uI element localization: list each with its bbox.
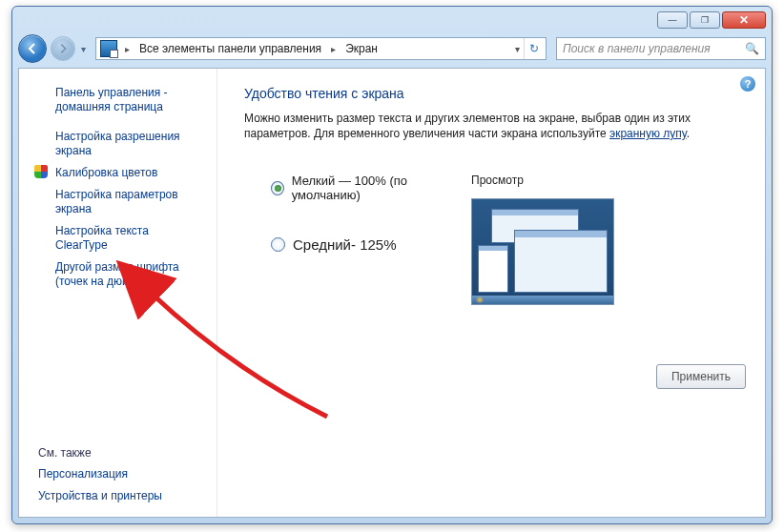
- control-panel-window: — ❐ ✕ ▾ ▸ Все элементы панели управления…: [11, 6, 773, 524]
- search-icon: 🔍: [745, 42, 759, 55]
- search-placeholder: Поиск в панели управления: [563, 42, 745, 55]
- page-title: Удобство чтения с экрана: [244, 86, 746, 101]
- option-label: Мелкий — 100% (по умолчанию): [292, 174, 462, 202]
- shield-icon: [34, 165, 48, 178]
- help-icon[interactable]: ?: [740, 76, 755, 92]
- see-also-heading: См. также: [19, 442, 217, 463]
- main-pane: ? Удобство чтения с экрана Можно изменит…: [217, 69, 765, 517]
- sidebar-item-custom-dpi[interactable]: Другой размер шрифта (точек на дюйм): [19, 256, 217, 293]
- option-medium-125[interactable]: Средний- 125%: [271, 236, 462, 253]
- sidebar-item-resolution[interactable]: Настройка разрешения экрана: [19, 126, 217, 162]
- see-also-devices[interactable]: Устройства и принтеры: [19, 485, 217, 507]
- close-button[interactable]: ✕: [722, 11, 766, 29]
- page-description: Можно изменить размер текста и других эл…: [244, 111, 746, 141]
- breadcrumb-seg-all[interactable]: Все элементы панели управления: [134, 38, 327, 59]
- scale-options: Мелкий — 100% (по умолчанию) Средний- 12…: [244, 174, 746, 305]
- chevron-down-icon[interactable]: ▾: [511, 44, 524, 54]
- maximize-button[interactable]: ❐: [690, 11, 720, 29]
- forward-button[interactable]: [51, 36, 75, 61]
- search-input[interactable]: Поиск в панели управления 🔍: [556, 37, 766, 60]
- sidebar-item-cleartype[interactable]: Настройка текста ClearType: [19, 220, 217, 256]
- preview-label: Просмотр: [471, 174, 614, 187]
- radio-unchecked-icon: [271, 237, 285, 252]
- sidebar-item-label: Калибровка цветов: [55, 166, 157, 179]
- titlebar: — ❐ ✕: [12, 7, 772, 33]
- preview-thumbnail: [471, 198, 614, 305]
- apply-button[interactable]: Применить: [656, 364, 746, 389]
- history-dropdown-icon[interactable]: ▾: [79, 44, 88, 54]
- radio-checked-icon: [271, 181, 284, 195]
- chevron-right-icon: ▸: [121, 44, 134, 54]
- control-panel-icon: [100, 40, 117, 57]
- magnifier-link[interactable]: экранную лупу: [609, 127, 687, 140]
- sidebar: Панель управления - домашняя страница На…: [19, 69, 217, 517]
- option-small-100[interactable]: Мелкий — 100% (по умолчанию): [271, 174, 462, 202]
- address-bar[interactable]: ▸ Все элементы панели управления ▸ Экран…: [95, 37, 547, 60]
- refresh-icon[interactable]: ↻: [524, 38, 544, 59]
- content-area: Панель управления - домашняя страница На…: [18, 68, 766, 518]
- option-label: Средний- 125%: [293, 236, 397, 253]
- navigation-row: ▾ ▸ Все элементы панели управления ▸ Экр…: [12, 33, 772, 64]
- minimize-button[interactable]: —: [657, 11, 688, 29]
- sidebar-item-display-settings[interactable]: Настройка параметров экрана: [19, 184, 217, 220]
- sidebar-item-home[interactable]: Панель управления - домашняя страница: [19, 82, 217, 118]
- breadcrumb-seg-display[interactable]: Экран: [340, 38, 383, 59]
- back-button[interactable]: [18, 34, 47, 63]
- chevron-right-icon: ▸: [327, 44, 340, 54]
- sidebar-item-calibration[interactable]: Калибровка цветов: [19, 162, 217, 184]
- see-also-personalization[interactable]: Персонализация: [19, 463, 217, 485]
